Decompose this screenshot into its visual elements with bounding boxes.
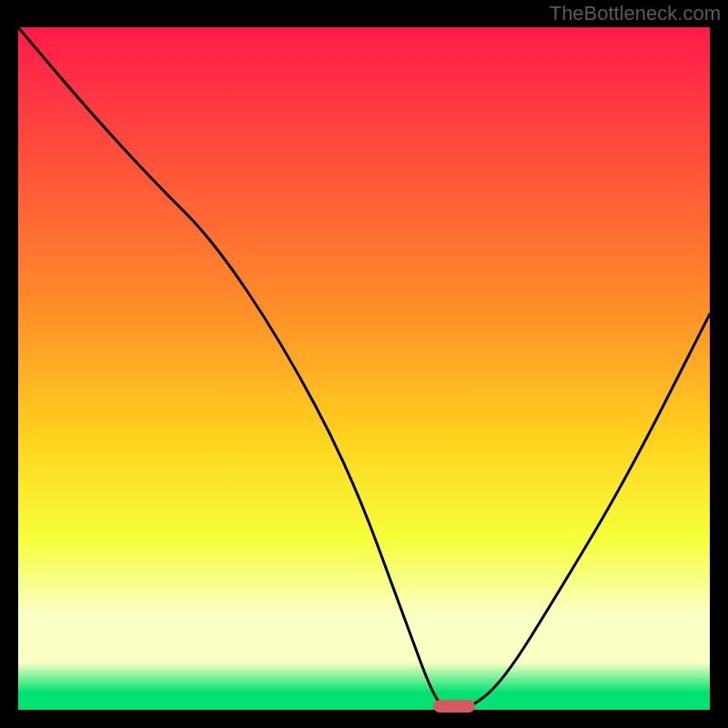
bottleneck-curve — [18, 27, 710, 710]
chart-container: TheBottleneck.com — [0, 0, 728, 728]
plot-area — [18, 27, 710, 710]
attribution-label: TheBottleneck.com — [550, 2, 721, 25]
optimum-marker — [433, 700, 475, 713]
